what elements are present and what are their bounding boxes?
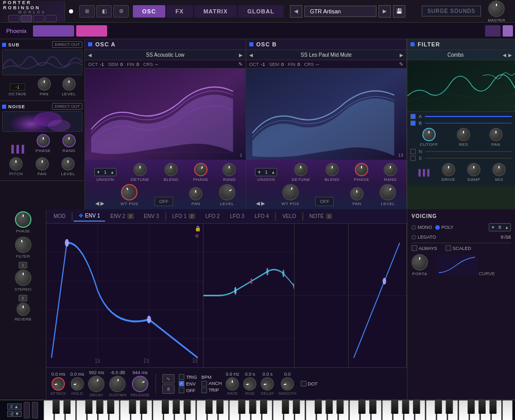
osc-b-led[interactable]: [249, 42, 253, 46]
icon-btn-2[interactable]: ◧: [96, 5, 112, 18]
side-phase-knob[interactable]: [15, 211, 31, 228]
osc-a-preset[interactable]: SS Acoustic Low: [94, 52, 237, 58]
trip-checkbox[interactable]: [201, 388, 207, 393]
osc-b-unison-stepper[interactable]: ▼ 1 ▲: [255, 168, 277, 176]
mod-tab-mod[interactable]: MOD: [48, 211, 71, 221]
mod-tab-env2[interactable]: ENV 2 2: [105, 211, 139, 221]
osc-a-prev-btn[interactable]: ◀: [88, 53, 92, 58]
env-hold-knob[interactable]: [70, 376, 85, 392]
filter-n-checkbox[interactable]: [410, 149, 416, 154]
osc-b-right-arrow[interactable]: ▶: [261, 200, 265, 206]
noise-level-knob[interactable]: [61, 157, 75, 171]
mod-tab-lfo2[interactable]: LFO 2: [200, 211, 225, 221]
osc-b-wtpos-knob[interactable]: [280, 181, 301, 203]
osc-a-level-knob[interactable]: [216, 181, 238, 204]
filter-led[interactable]: [410, 42, 415, 46]
mod-wheel[interactable]: [32, 402, 38, 418]
env-attack-knob[interactable]: [50, 376, 66, 392]
off-checkbox[interactable]: [179, 388, 184, 393]
preset-name[interactable]: GTR Artisan: [304, 6, 376, 17]
porta-knob[interactable]: [411, 254, 428, 271]
noise-rand-knob[interactable]: [62, 134, 76, 147]
icon-btn-3[interactable]: ⚙: [113, 5, 129, 18]
osc-b-preset[interactable]: SS Les Paul Mid Mute: [255, 52, 398, 58]
mono-radio[interactable]: MONO: [411, 225, 432, 230]
sub-level-knob[interactable]: [62, 77, 76, 91]
filter-s-checkbox[interactable]: [410, 156, 416, 161]
osc-a-detune-knob[interactable]: [133, 163, 147, 176]
piano-keys[interactable]: // Draw piano keys programmatically cons…: [43, 400, 513, 420]
filter-damp-knob[interactable]: [467, 163, 480, 176]
poly-up-btn[interactable]: ▲: [503, 224, 510, 231]
master-knob[interactable]: [488, 1, 505, 17]
env-zoom-icon[interactable]: ⊕: [195, 233, 201, 239]
osc-a-wtpos-knob[interactable]: [118, 181, 141, 204]
osc-a-phase-knob[interactable]: [192, 160, 210, 179]
preset-next-btn[interactable]: ▶: [379, 5, 391, 18]
trig-checkbox[interactable]: [179, 374, 184, 380]
mod-tab-velo[interactable]: VELO: [277, 211, 301, 221]
mod-tab-note[interactable]: NOTE 1: [304, 211, 337, 221]
osc-a-right-arrow[interactable]: ▶: [100, 200, 105, 206]
osc-b-left-arrow[interactable]: ◀: [256, 200, 260, 206]
stepper-up-btn[interactable]: ▲: [109, 169, 116, 176]
icon-btn-1[interactable]: ⊞: [79, 5, 95, 18]
filter-drive-knob[interactable]: [442, 163, 455, 176]
mod-tab-lfo1[interactable]: LFO 1 2: [167, 211, 200, 221]
osc-b-next-btn[interactable]: ▶: [400, 53, 403, 58]
mod-tab-lfo3[interactable]: LFO 3: [225, 211, 250, 221]
osc-a-left-arrow[interactable]: ◀: [95, 200, 99, 206]
osc-b-edit-btn[interactable]: ✎: [399, 61, 403, 67]
osc-b-pan-knob[interactable]: [350, 187, 364, 200]
noise-phase-knob[interactable]: [37, 134, 50, 147]
filter-res-knob[interactable]: [457, 128, 470, 141]
octave-up-stepper[interactable]: 2 ▲: [7, 404, 22, 410]
env-release-knob[interactable]: [129, 373, 151, 395]
osc-a-pan-knob[interactable]: [189, 187, 202, 200]
osc-a-edit-btn[interactable]: ✎: [238, 61, 243, 67]
mod-tab-env1[interactable]: ✥ ENV 1: [74, 211, 105, 222]
anch-checkbox[interactable]: [201, 381, 207, 387]
octave-down-stepper[interactable]: -2 ▼: [7, 411, 22, 417]
env-checkbox[interactable]: ✓: [179, 381, 184, 387]
osc-b-level-knob[interactable]: [376, 180, 400, 204]
lfo-waveform-btn[interactable]: ∿: [162, 374, 175, 383]
osc-b-stepper-up[interactable]: ▲: [269, 169, 277, 176]
filter-mix-knob[interactable]: [492, 163, 506, 176]
tab-global[interactable]: GLOBAL: [238, 5, 283, 18]
filter-pan-knob[interactable]: [489, 128, 503, 141]
filter-cutoff-knob[interactable]: [422, 128, 436, 141]
tab-osc[interactable]: OSC: [133, 5, 165, 18]
sub-octave-val[interactable]: -1: [10, 83, 25, 91]
env-decay-knob[interactable]: [86, 373, 107, 394]
side-filter-knob[interactable]: [12, 234, 33, 255]
mod-tab-env3[interactable]: ENV 3: [139, 211, 164, 221]
lfo-grid-btn[interactable]: 8: [162, 384, 175, 394]
osc-b-detune-knob[interactable]: [294, 163, 307, 176]
dot-checkbox[interactable]: [301, 381, 306, 387]
scaled-checkbox[interactable]: [445, 245, 451, 251]
env-lock-icon[interactable]: 🔒: [195, 226, 201, 231]
legato-radio[interactable]: LEGATO: [411, 234, 436, 240]
filter-prev-btn[interactable]: ◀: [503, 53, 506, 58]
osc-a-led[interactable]: [88, 42, 92, 46]
poly-radio[interactable]: POLY: [435, 225, 453, 230]
sub-led[interactable]: [2, 43, 6, 47]
osc-a-rand-knob[interactable]: [222, 163, 236, 176]
osc-b-stepper-down[interactable]: ▼: [255, 169, 263, 176]
pitch-bend-wheel[interactable]: [24, 402, 30, 418]
always-checkbox[interactable]: [411, 245, 417, 251]
poly-down-btn[interactable]: ▼: [489, 224, 496, 231]
lfo-smooth-knob[interactable]: [280, 376, 295, 392]
lfo-rate-knob[interactable]: [226, 377, 239, 391]
lfo-rise-knob[interactable]: [242, 376, 258, 392]
noise-led[interactable]: [2, 105, 6, 109]
noise-pitch-knob[interactable]: [9, 157, 23, 171]
osc-a-blend-knob[interactable]: [164, 163, 178, 176]
osc-b-rand-knob[interactable]: [384, 163, 397, 176]
filter-a-checkbox[interactable]: [410, 114, 416, 119]
poly-stepper[interactable]: ▼ 8 ▲: [489, 223, 511, 231]
filter-b-checkbox[interactable]: [410, 121, 416, 126]
side-stereo-knob[interactable]: [15, 270, 31, 286]
tab-matrix[interactable]: MATRIX: [194, 5, 237, 18]
